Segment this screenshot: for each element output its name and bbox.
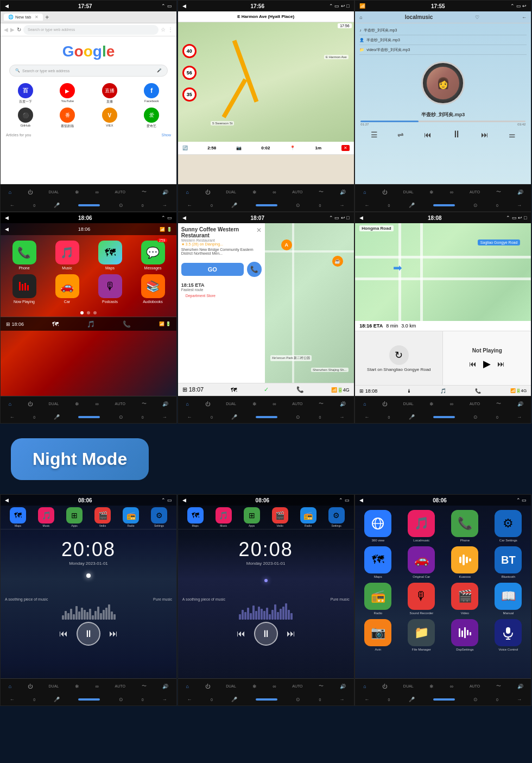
steering-icon-2[interactable]: ⊙ [296,203,300,208]
night-grid-phone[interactable]: 📞 Phone [445,510,484,542]
taskbar-phone-3[interactable]: 📞 [475,388,481,394]
home-icon-n2[interactable]: ⌂ [186,684,188,689]
taskbar-grid[interactable]: ⊞ 18:07 [182,386,204,393]
mic-n3[interactable]: 🎤 [409,697,415,702]
night-app-music[interactable]: 🎵 Music [38,507,54,527]
power-icon[interactable]: ⏻ [28,190,33,195]
night-grid-360view[interactable]: 360 view [358,510,397,542]
night-app-apps[interactable]: ⊞ Apps [66,507,83,527]
chrome-tab[interactable]: 🌐 New tab ✕ [4,14,43,21]
carnav-map[interactable]: Hongma Road Sagliao Gongye Road ➡ [355,223,531,321]
night-prev-1[interactable]: ⏮ [59,629,68,639]
wave-icon-3[interactable]: 〜 [496,188,501,196]
night2-app-radio[interactable]: 📻 Radio [300,507,316,527]
wave-icon-6[interactable]: 〜 [496,400,501,407]
night-prev-2[interactable]: ⏮ [237,629,245,639]
night-grid-localmusic[interactable]: 🎵 Localmusic [402,510,441,542]
night-grid-manual[interactable]: 📖 Manual [489,583,528,615]
power-icon-n1[interactable]: ⏻ [28,684,33,689]
steering-n3[interactable]: ⊙ [473,697,478,702]
pause-btn[interactable]: ⏸ [452,129,461,140]
tab-close[interactable]: ✕ [35,15,39,20]
home-icon-5[interactable]: ⌂ [186,401,188,407]
taskbar-phone-2[interactable]: 📞 [296,386,304,393]
go-button[interactable]: GO [181,263,244,276]
mic7-icon[interactable]: 🎤 [409,414,415,420]
wave-icon-2[interactable]: 〜 [319,188,324,196]
snowflake-icon-n1[interactable]: ❄ [75,684,79,689]
search-bar[interactable]: 🔍 Search or type web address 🎤 [9,65,168,77]
volume-icon-n3[interactable]: 🔊 [517,684,523,689]
snowflake-icon[interactable]: ❄ [75,190,79,195]
wave-icon-n2[interactable]: 〜 [319,683,324,690]
back-nav[interactable]: ← [10,203,15,208]
night2-app-maps[interactable]: 🗺 Maps [187,507,204,527]
back-nav-n2[interactable]: ← [187,697,192,702]
link-icon-6[interactable]: ∞ [450,401,453,407]
wave-icon[interactable]: 〜 [142,188,147,196]
night-grid-avin[interactable]: 📷 Avin [358,619,397,651]
back-icon-4[interactable]: ◀ [5,215,9,220]
snowflake-icon-6[interactable]: ❄ [429,401,434,407]
mic-n2[interactable]: 🎤 [231,697,237,702]
taskbar-map-2[interactable]: 🗺 [231,387,237,393]
taskbar-tiktok[interactable]: 🎵 [440,388,446,394]
power-icon-n2[interactable]: ⏻ [205,684,210,689]
home-icon[interactable]: ⌂ [9,190,11,195]
link-icon-n2[interactable]: ∞ [273,684,276,689]
nav-forward[interactable]: ▶ [10,27,15,33]
steering-icon-4[interactable]: ⊙ [119,414,123,420]
night-next-2[interactable]: ⏭ [287,629,295,639]
back-icon-n2[interactable]: ◀ [182,497,186,503]
back-icon-6[interactable]: ◀ [359,215,363,220]
close-nav[interactable]: ✕ [341,145,350,151]
home-icon-n1[interactable]: ⌂ [9,684,11,689]
map-area[interactable]: 40 56 35 17:56 E Harmon Ave S Swenson St [178,22,354,142]
app-phone[interactable]: 📞 Phone [5,241,43,270]
poi-map[interactable]: A ☕ Xin'ercun Park 新二村公园 Shenzhen Shajin… [265,223,354,383]
eq-btn[interactable]: ⚌ [509,130,516,139]
link-icon-2[interactable]: ∞ [273,190,276,195]
home-icon-n3[interactable]: ⌂ [363,684,366,689]
shortcut-github[interactable]: ⚫ GitHub [6,108,45,129]
app-nowplaying[interactable]: Now Playing [5,274,43,304]
steering-icon-3[interactable]: ⊙ [473,203,478,208]
call-button[interactable]: 📞 [247,262,262,277]
taskbar-phone[interactable]: 📞 [123,320,131,328]
power-icon-6[interactable]: ⏻ [382,401,387,407]
snowflake-icon-5[interactable]: ❄ [252,401,257,407]
wave-icon-n1[interactable]: 〜 [142,683,147,690]
track-1[interactable]: ♪ 半壶纱_刘珂矣.mp3 [359,26,527,35]
app-audiobooks[interactable]: 📚 Audiobooks [134,274,172,304]
mic3-icon[interactable]: 🎤 [231,203,237,208]
app-maps[interactable]: 🗺 Maps [91,241,129,270]
new-tab-btn[interactable]: + [45,14,49,21]
power-icon-5[interactable]: ⏻ [205,401,210,407]
home-icon-4[interactable]: ⌂ [9,401,11,407]
volume-slider-5[interactable] [256,416,277,418]
np-play[interactable]: ▶ [483,358,491,370]
back-icon-5[interactable]: ◀ [182,215,186,220]
mic-n1[interactable]: 🎤 [54,697,60,702]
app-music[interactable]: 🎵 Music [48,241,86,270]
night2-app-music[interactable]: 🎵 Music [216,507,232,527]
volume-slider-n3[interactable] [433,698,455,701]
power-icon-3[interactable]: ⏻ [382,190,387,195]
mic4-icon[interactable]: 🎤 [409,203,415,208]
wave-icon-n3[interactable]: 〜 [496,683,501,690]
night2-app-apps[interactable]: ⊞ Apps [244,507,260,527]
arrow-right-6[interactable]: → [517,414,522,420]
link-icon-5[interactable]: ∞ [273,401,276,407]
np-next[interactable]: ⏭ [497,360,505,368]
app-podcasts[interactable]: 🎙 Podcasts [91,274,129,304]
night-pause-1[interactable]: ⏸ [77,622,100,646]
volume-icon-2[interactable]: 🔊 [340,190,346,195]
night-grid-carsettings[interactable]: ⚙ Car Settings [489,510,528,542]
volume-icon-5[interactable]: 🔊 [340,401,346,407]
snowflake-icon-2[interactable]: ❄ [252,190,257,195]
shortcut-tv[interactable]: 直播 直播 [90,83,129,104]
night-grid-maps[interactable]: 🗺 Maps [358,546,397,578]
volume-icon-n2[interactable]: 🔊 [340,684,346,689]
track-2[interactable]: 👤 半壶纱_刘珂矣.mp3 [359,35,527,45]
shortcut-fanqie[interactable]: 番 番茄剧场 [48,108,87,129]
